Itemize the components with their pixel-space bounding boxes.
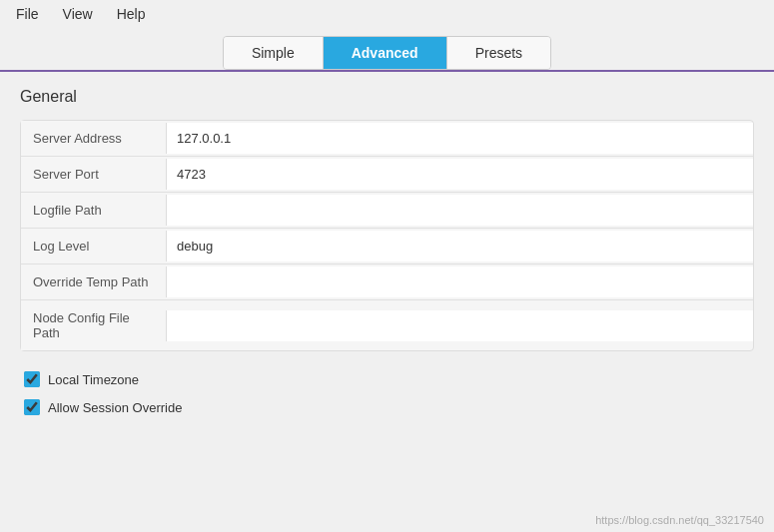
checkbox-row-allow-session-override: Allow Session Override (20, 393, 754, 421)
menu-item-view[interactable]: View (59, 4, 97, 24)
content-area: General Server AddressServer PortLogfile… (0, 72, 774, 437)
section-title: General (20, 88, 754, 106)
form-row-override-temp-path: Override Temp Path (21, 265, 753, 300)
form-row-logfile-path: Logfile Path (21, 193, 753, 229)
label-logfile-path: Logfile Path (21, 193, 166, 228)
tab-simple[interactable]: Simple (224, 37, 324, 69)
form-container: Server AddressServer PortLogfile PathLog… (20, 120, 754, 351)
tab-advanced[interactable]: Advanced (324, 37, 447, 69)
input-server-address[interactable] (166, 123, 753, 154)
label-log-level: Log Level (21, 229, 166, 264)
label-server-port: Server Port (21, 157, 166, 192)
form-row-node-config-file-path: Node Config File Path (21, 300, 753, 350)
label-override-temp-path: Override Temp Path (21, 265, 166, 299)
checkbox-row-local-timezone: Local Timezone (20, 365, 754, 393)
tab-bar-wrapper: SimpleAdvancedPresets (0, 28, 774, 72)
form-row-server-address: Server Address (21, 121, 753, 157)
menu-item-help[interactable]: Help (113, 4, 150, 24)
tab-bar: SimpleAdvancedPresets (223, 36, 551, 70)
checkbox-label-local-timezone: Local Timezone (48, 372, 139, 387)
menu-bar: FileViewHelp (0, 0, 774, 28)
input-override-temp-path[interactable] (166, 266, 753, 297)
menu-item-file[interactable]: File (12, 4, 43, 24)
input-logfile-path[interactable] (166, 195, 753, 226)
tab-presets[interactable]: Presets (447, 37, 550, 69)
watermark: https://blog.csdn.net/qq_33217540 (595, 514, 764, 526)
form-row-server-port: Server Port (21, 157, 753, 193)
form-row-log-level: Log Level (21, 229, 753, 265)
input-server-port[interactable] (166, 159, 753, 190)
input-log-level[interactable] (166, 231, 753, 262)
label-node-config-file-path: Node Config File Path (21, 300, 166, 350)
checkbox-allow-session-override[interactable] (24, 399, 40, 415)
label-server-address: Server Address (21, 121, 166, 156)
checkbox-label-allow-session-override: Allow Session Override (48, 400, 182, 415)
checkbox-local-timezone[interactable] (24, 371, 40, 387)
input-node-config-file-path[interactable] (166, 310, 753, 341)
